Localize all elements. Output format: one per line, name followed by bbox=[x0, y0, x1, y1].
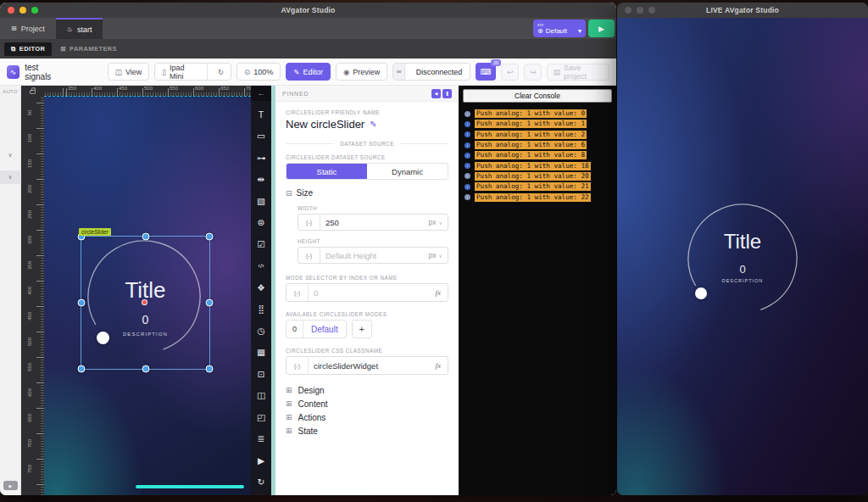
dataset-source-toggle: Static Dynamic bbox=[286, 163, 448, 180]
subtab-parameters[interactable]: ⊠ PARAMETERS bbox=[60, 45, 117, 53]
selection-box[interactable] bbox=[81, 236, 210, 370]
editor-mode-button[interactable]: ✎ Editor bbox=[286, 63, 331, 81]
link-icon: ∞ bbox=[393, 64, 404, 80]
media-widget-icon[interactable]: ▶ bbox=[251, 449, 271, 471]
calendar-widget-icon[interactable]: ▦ bbox=[251, 342, 271, 364]
width-unit-select[interactable]: px ∨ bbox=[429, 218, 448, 226]
resize-handle-ne[interactable] bbox=[206, 233, 214, 241]
window-controls bbox=[625, 7, 655, 14]
list-widget-icon[interactable]: ≣ bbox=[251, 428, 271, 450]
text-widget-icon[interactable]: T bbox=[251, 103, 271, 126]
minimize-window-button[interactable] bbox=[19, 7, 26, 14]
binding-icon[interactable]: (-) bbox=[287, 357, 309, 374]
resize-handle-e[interactable] bbox=[206, 299, 214, 307]
mode-chip[interactable]: 0 Default bbox=[286, 320, 347, 338]
checkbox-widget-icon[interactable]: ☑ bbox=[251, 233, 271, 255]
zoom-window-button[interactable] bbox=[31, 7, 38, 14]
dynamic-option[interactable]: Dynamic bbox=[367, 164, 448, 179]
layout-widget-icon[interactable]: ◰ bbox=[251, 406, 271, 428]
ruler-number: 600 bbox=[193, 86, 219, 91]
toggle-widget-icon[interactable]: ⊜ bbox=[251, 212, 271, 234]
binding-icon[interactable]: (-) bbox=[298, 248, 320, 263]
info-icon: i bbox=[465, 163, 470, 169]
gamepad-widget-icon[interactable]: ❖ bbox=[251, 276, 271, 298]
classname-input[interactable] bbox=[309, 361, 429, 371]
subtab-editor[interactable]: ⧉ EDITOR bbox=[4, 42, 52, 56]
resize-handle-sw[interactable] bbox=[78, 365, 86, 373]
resize-handle-n[interactable] bbox=[142, 233, 149, 241]
horizontal-scrollbar[interactable] bbox=[136, 485, 244, 488]
undo-button[interactable]: ↩ bbox=[501, 64, 519, 81]
connection-status-button[interactable]: ∞ Disconnected bbox=[392, 63, 470, 81]
environment-dropdown[interactable]: env ⊕ Default ▾ bbox=[533, 20, 586, 37]
view-button[interactable]: ◫ View bbox=[108, 63, 149, 81]
video-player-widget-icon[interactable]: ⊡ bbox=[251, 363, 271, 385]
pin-panel-icon[interactable]: ❚ bbox=[442, 89, 452, 98]
size-section-header[interactable]: ⊟ Size bbox=[286, 188, 448, 198]
resize-handle-s[interactable] bbox=[142, 365, 149, 373]
canvas-area: 350400450500550600650700 501001502002503… bbox=[21, 86, 251, 495]
subtab-editor-label: EDITOR bbox=[19, 45, 46, 53]
button-bar-widget-icon[interactable]: ◫ bbox=[251, 385, 271, 407]
editor-titlebar: AVgator Studio bbox=[0, 3, 616, 18]
help-video-button[interactable]: ▶ bbox=[3, 481, 18, 490]
edit-name-icon[interactable]: ✎ bbox=[370, 120, 376, 129]
console-toggle-button[interactable]: ⌨ 20 bbox=[476, 63, 496, 81]
project-name: test signals bbox=[25, 63, 65, 81]
keypad-widget-icon[interactable]: ⣿ bbox=[251, 298, 271, 321]
save-project-button[interactable]: ▤ Save project bbox=[547, 64, 609, 81]
image-widget-icon[interactable]: ▧ bbox=[251, 190, 271, 212]
chevron-down-icon: ∨ bbox=[439, 220, 442, 226]
static-option[interactable]: Static bbox=[287, 164, 367, 179]
tree-expander-selected[interactable]: ∨ bbox=[0, 170, 20, 184]
design-canvas[interactable]: circleSlider Title 0 DESCRIPTION bbox=[44, 96, 251, 495]
height-unit-select[interactable]: px ∨ bbox=[429, 251, 448, 259]
button-widget-icon[interactable]: ▭ bbox=[251, 126, 271, 148]
fx-button[interactable]: fx bbox=[429, 361, 448, 370]
lock-icon bbox=[30, 90, 36, 94]
mode-selector-input[interactable] bbox=[309, 288, 429, 298]
resize-handle-se[interactable] bbox=[206, 365, 214, 373]
code-widget-icon[interactable]: ‹/› bbox=[251, 255, 271, 277]
tab-project[interactable]: ⊞ Project bbox=[0, 18, 56, 39]
binding-icon[interactable]: (-) bbox=[287, 284, 309, 301]
ruler-number: 600 bbox=[21, 382, 44, 408]
redo-button[interactable]: ↪ bbox=[524, 64, 542, 81]
binding-icon[interactable]: (-) bbox=[298, 215, 320, 230]
collapse-panel-icon[interactable]: ◀ bbox=[431, 89, 441, 98]
clear-console-button[interactable]: Clear Console bbox=[463, 89, 612, 103]
tree-expander[interactable]: ∨ bbox=[0, 148, 20, 162]
refresh-widget-icon[interactable]: ↻ bbox=[251, 471, 271, 494]
resize-handle-w[interactable] bbox=[78, 299, 86, 307]
rotate-device-button[interactable]: ↻ bbox=[211, 64, 231, 80]
add-mode-button[interactable]: + bbox=[352, 320, 372, 338]
fx-button[interactable]: fx bbox=[429, 288, 448, 297]
console-icon: ⌨ bbox=[481, 68, 492, 76]
height-input[interactable] bbox=[320, 251, 429, 260]
ruler-corner[interactable] bbox=[21, 86, 44, 96]
minimize-window-button[interactable] bbox=[637, 7, 643, 14]
zoom-window-button[interactable] bbox=[648, 7, 655, 14]
collapsed-section-row[interactable]: ⊞ Design bbox=[286, 383, 448, 397]
slider-widget-icon[interactable]: ⊶ bbox=[251, 147, 271, 169]
collapse-toolbar-button[interactable]: ← bbox=[251, 86, 271, 101]
device-label: Ipad Mini bbox=[170, 64, 197, 81]
save-icon: ▤ bbox=[553, 68, 560, 76]
close-window-button[interactable] bbox=[8, 7, 14, 14]
preview-mode-button[interactable]: ◉ Preview bbox=[336, 63, 387, 81]
collapsed-section-row[interactable]: ⊞ State bbox=[286, 424, 448, 438]
launch-live-button[interactable]: ▶ bbox=[588, 20, 615, 37]
width-input[interactable] bbox=[320, 218, 429, 227]
device-selector[interactable]: ▯ Ipad Mini ↻ bbox=[154, 63, 231, 81]
project-tabbar: ⊞ Project ♨ start env ⊕ Default ▾ ▶ bbox=[0, 18, 616, 39]
range-slider-widget-icon[interactable]: ⇹ bbox=[251, 169, 271, 191]
info-icon: i bbox=[465, 142, 470, 148]
zoom-control[interactable]: ⊙ 100% bbox=[236, 63, 281, 81]
tab-start[interactable]: ♨ start bbox=[56, 18, 103, 39]
clock-widget-icon[interactable]: ◷ bbox=[251, 320, 271, 342]
close-window-button[interactable] bbox=[625, 7, 632, 14]
collapsed-section-row[interactable]: ⊞ Content bbox=[286, 397, 448, 410]
collapsed-section-row[interactable]: ⊞ Actions bbox=[286, 410, 448, 424]
slider-knob[interactable] bbox=[695, 287, 707, 299]
mode-tabbar: ⧉ EDITOR ⊠ PARAMETERS bbox=[0, 39, 616, 59]
